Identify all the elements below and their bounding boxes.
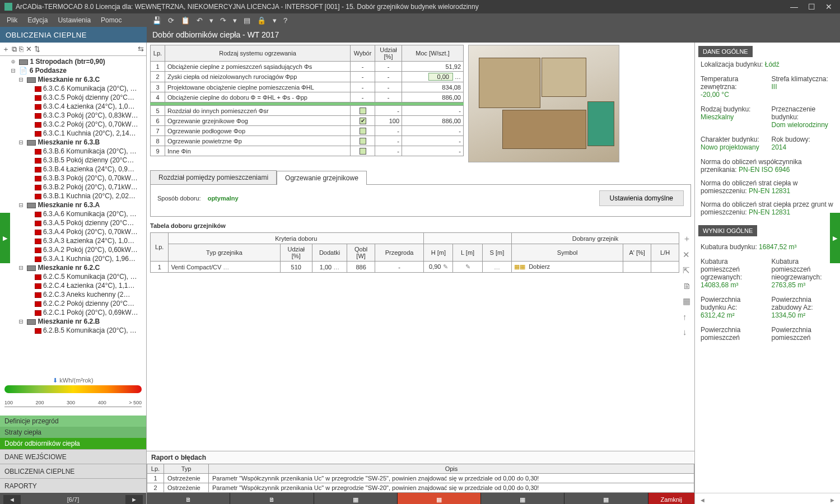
scroll-left-icon[interactable]: ◄ xyxy=(699,497,706,503)
tree-item[interactable]: 6.3.A.6 Komunikacja (20°C), … xyxy=(2,209,146,218)
lock-icon[interactable]: 🔒 xyxy=(257,16,266,25)
tree-item[interactable]: 6.2.C.5 Komunikacja (20°C), … xyxy=(2,272,146,281)
nav-prev[interactable]: ◄ xyxy=(3,495,21,504)
nav-next[interactable]: ► xyxy=(125,495,143,504)
tree-item[interactable]: 6.3.C.5 Pokój dzienny (20°C… xyxy=(2,93,146,102)
refresh-icon[interactable]: ⟳ xyxy=(168,16,174,25)
tree-item[interactable]: 6.2.C.1 Pokój (20°C), 0,69kW… xyxy=(2,308,146,317)
table-row[interactable]: 9Inne Φin-- xyxy=(151,146,464,156)
tab-radiator[interactable]: Ogrzewanie grzejnikowe xyxy=(277,171,367,185)
tab-distribution[interactable]: Rozdział pomiędzy pomieszczeniami xyxy=(150,170,277,184)
errors-table[interactable]: Lp. Typ Opis 1OstrzeżenieParametr "Współ… xyxy=(147,464,694,493)
tree-item[interactable]: ⊕ 1 Stropodach (btr=0,90) xyxy=(2,57,146,66)
save-icon[interactable]: 💾 xyxy=(152,16,161,25)
tree-item[interactable]: ⊟ Mieszkanie nr 6.2.B xyxy=(2,317,146,326)
layers-icon[interactable]: ▤ xyxy=(244,16,250,25)
tree-item[interactable]: 6.3.C.3 Pokój (20°C), 0,83kW… xyxy=(2,111,146,120)
bottom-seg-3[interactable]: ▦ xyxy=(314,493,398,504)
bottom-seg-6[interactable]: ▦ xyxy=(564,493,648,504)
tree-item[interactable]: ⊟ Mieszkanie nr 6.2.C xyxy=(2,263,146,272)
table-row[interactable]: 3Projektowane obciążenie cieplne pomiesz… xyxy=(151,82,464,92)
cat-definitions[interactable]: Definicje przegród xyxy=(0,416,146,427)
add-icon[interactable]: ＋ xyxy=(2,44,10,54)
heating-system-table[interactable]: Lp. Rodzaj systemu ogrzewania Wybór Udzi… xyxy=(150,45,464,156)
ellipsis-icon[interactable]: … xyxy=(223,264,229,270)
bottom-seg-4[interactable]: ▦ xyxy=(398,493,481,504)
checkbox[interactable] xyxy=(360,108,366,114)
add-row-icon[interactable]: ＋ xyxy=(683,234,691,244)
tree-item[interactable]: 6.3.B.5 Pokój dzienny (20°C… xyxy=(2,156,146,165)
right-scroll[interactable]: ◄► xyxy=(695,493,840,504)
undo-icon[interactable]: ↶ xyxy=(197,16,203,25)
copy-left-icon[interactable]: ⎘ xyxy=(19,45,24,53)
close-button[interactable]: Zamknij xyxy=(648,493,695,504)
tree-item[interactable]: 6.3.A.2 Pokój (20°C), 0,60kW… xyxy=(2,245,146,254)
checkbox[interactable] xyxy=(360,128,366,134)
table-row[interactable]: 6Ogrzewanie grzejnikowe Φog100886,00 xyxy=(151,116,464,126)
tree-item[interactable]: ⊟ Mieszkanie nr 6.3.B xyxy=(2,138,146,147)
maximize-icon[interactable]: ☐ xyxy=(808,2,815,11)
redo-icon[interactable]: ↷ xyxy=(220,16,226,25)
tree[interactable]: ⊕ 1 Stropodach (btr=0,90)⊟ 📄 6 Poddasze⊟… xyxy=(0,56,146,375)
tree-item[interactable]: 6.3.B.4 Łazienka (24°C), 0,9… xyxy=(2,165,146,174)
minimize-icon[interactable]: — xyxy=(790,2,798,11)
cat-calc[interactable]: OBLICZENIA CIEPLNE xyxy=(0,464,146,478)
table-row[interactable]: 5Rozdział do innych pomieszczeń Φsr-- xyxy=(151,106,464,116)
ellipsis-icon[interactable]: … xyxy=(333,264,339,270)
defaults-button[interactable]: Ustawienia domyślne xyxy=(599,190,684,206)
copy-icon[interactable]: 📋 xyxy=(181,16,190,25)
pencil-icon[interactable]: ✎ xyxy=(443,263,448,270)
tree-item[interactable]: ⊟ Mieszkanie nr 6.3.A xyxy=(2,200,146,209)
pencil-icon[interactable]: ✎ xyxy=(465,263,470,270)
mode-value[interactable]: optymalny xyxy=(208,195,239,202)
table-row[interactable]: 4Obciążenie cieplne do doboru Φ = ΦHL + … xyxy=(151,92,464,102)
ellipsis-icon[interactable]: … xyxy=(494,264,500,270)
help-icon[interactable]: ? xyxy=(283,16,287,25)
cat-input[interactable]: DANE WEJŚCIOWE xyxy=(0,449,146,464)
up-icon[interactable]: ↑ xyxy=(683,312,691,321)
tree-item[interactable]: 6.2.B.5 Komunikacja (20°C), … xyxy=(2,326,146,335)
table-row[interactable]: 2Zyski ciepła od nieizolowanych rurociąg… xyxy=(151,72,464,82)
tree-item[interactable]: 6.3.A.5 Pokój dzienny (20°C… xyxy=(2,218,146,227)
table-row[interactable]: 1Obciążenie cieplne z pomieszczeń sąsiad… xyxy=(151,62,464,72)
tree-item[interactable]: 6.2.C.4 Łazienka (24°C), 1,1… xyxy=(2,281,146,290)
redo-dd-icon[interactable]: ▾ xyxy=(233,16,237,25)
tree-item[interactable]: 6.3.C.2 Pokój (20°C), 0,70kW… xyxy=(2,120,146,129)
checkbox[interactable] xyxy=(360,118,366,124)
link-icon[interactable]: ⇱ xyxy=(683,265,691,276)
bottom-seg-5[interactable]: ▦ xyxy=(481,493,564,504)
expand-left-handle[interactable] xyxy=(0,213,10,263)
tree-item[interactable]: 6.2.C.3 Aneks kuchenny (2… xyxy=(2,290,146,299)
down-icon[interactable]: ↓ xyxy=(683,327,691,337)
radiator-table[interactable]: Lp. Kryteria doboru Dobrany grzejnik Typ… xyxy=(150,232,679,273)
tree-item[interactable]: 6.3.B.2 Pokój (20°C), 0,71kW… xyxy=(2,183,146,192)
tree-item[interactable]: 6.3.C.4 Łazienka (24°C), 1,0… xyxy=(2,102,146,111)
close-icon[interactable]: ✕ xyxy=(825,2,832,11)
cat-heaters[interactable]: Dobór odbiorników ciepła xyxy=(0,438,146,449)
error-row[interactable]: 1OstrzeżenieParametr "Współczynnik przen… xyxy=(147,474,694,483)
error-row[interactable]: 2OstrzeżenieParametr "Współczynnik przen… xyxy=(147,483,694,493)
bottom-seg-1[interactable]: 🗎 xyxy=(147,493,230,504)
floorplan-preview[interactable] xyxy=(468,45,619,162)
tree-item[interactable]: 6.2.C.2 Pokój dzienny (20°C… xyxy=(2,299,146,308)
tree-item[interactable]: 6.3.A.3 Łazienka (24°C), 1,0… xyxy=(2,236,146,245)
undo-dd-icon[interactable]: ▾ xyxy=(209,16,213,25)
tree-item[interactable]: 6.3.A.4 Pokój (20°C), 0,70kW… xyxy=(2,227,146,236)
doc-icon[interactable]: 🗎 xyxy=(683,281,691,291)
menu-edit[interactable]: Edycja xyxy=(27,16,48,24)
scroll-right-icon[interactable]: ► xyxy=(829,497,836,503)
tree-item[interactable]: 6.3.B.1 Kuchnia (20°C), 2,02… xyxy=(2,192,146,200)
add2-icon[interactable]: ⧉ xyxy=(12,45,17,54)
sort-icon[interactable]: ⇅ xyxy=(34,45,40,53)
expand-right-handle[interactable] xyxy=(830,213,840,263)
tree-item[interactable]: 6.3.B.6 Komunikacja (20°C), … xyxy=(2,147,146,156)
tree-item[interactable]: 6.3.A.1 Kuchnia (20°C), 1,96… xyxy=(2,254,146,263)
tree-item[interactable]: 6.3.C.6 Komunikacja (20°C), … xyxy=(2,84,146,93)
table-row[interactable]: 1 Venti Compact/CV … 510 1,00 … 886 - 0,… xyxy=(151,262,679,273)
checkbox[interactable] xyxy=(360,138,366,144)
calc-icon[interactable]: ▦ xyxy=(683,296,691,306)
checkbox[interactable] xyxy=(360,148,366,155)
menu-settings[interactable]: Ustawienia xyxy=(58,16,91,24)
menu-file[interactable]: Plik xyxy=(7,16,17,24)
collapse-icon[interactable]: ⇆ xyxy=(138,45,144,53)
